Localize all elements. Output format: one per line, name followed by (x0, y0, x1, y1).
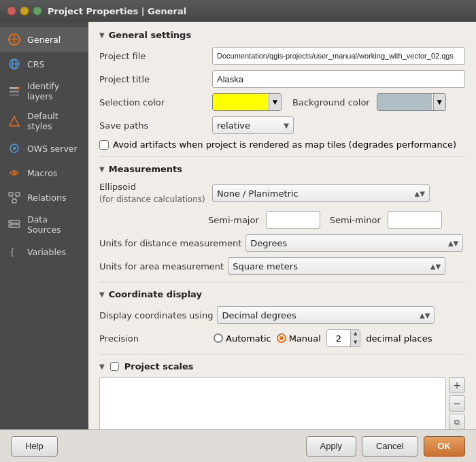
area-row: Units for area measurement Square meters… (99, 257, 465, 275)
collapse-scales-icon[interactable]: ▼ (99, 363, 105, 370)
sidebar-item-crs[interactable]: CRS (0, 52, 88, 76)
display-coordinates-combo[interactable]: Decimal degrees ▲▼ (217, 306, 435, 324)
project-file-input[interactable] (212, 47, 465, 65)
precision-spinbox[interactable]: 2 ▲ ▼ (326, 329, 360, 347)
general-settings-header: ▼ General settings (99, 30, 465, 40)
scales-list[interactable] (99, 377, 446, 429)
svg-rect-14 (9, 193, 13, 196)
manual-option[interactable]: Manual (277, 333, 321, 344)
scales-area: + − ⧉ ↓ (99, 377, 465, 429)
svg-point-9 (17, 87, 20, 90)
window-title: Project Properties | General (48, 6, 186, 16)
distance-label: Units for distance measurement (99, 238, 241, 248)
svg-point-21 (10, 221, 12, 222)
ows-server-icon (7, 141, 22, 156)
selection-color-dropdown-arrow[interactable]: ▼ (269, 93, 281, 111)
sidebar-item-relations[interactable]: Relations (0, 185, 88, 210)
spin-down-button[interactable]: ▼ (351, 338, 360, 347)
ellipsoid-row: Ellipsoid(for distance calculations) Non… (99, 181, 465, 205)
avoid-artifacts-row: Avoid artifacts when project is rendered… (99, 139, 465, 150)
project-scales-label: Project scales (124, 361, 194, 372)
add-scale-button[interactable]: + (449, 377, 465, 393)
sidebar: General CRS Identify laye (0, 22, 88, 429)
copy-scale-button[interactable]: ⧉ (449, 414, 465, 429)
svg-rect-8 (10, 94, 19, 96)
general-settings-label: General settings (109, 30, 191, 40)
sidebar-item-general[interactable]: General (0, 27, 88, 52)
maximize-button[interactable] (33, 6, 42, 16)
collapse-measurements-icon[interactable]: ▼ (99, 165, 105, 173)
sidebar-item-ows-server[interactable]: OWS server (0, 136, 88, 161)
project-title-input[interactable] (212, 70, 465, 88)
ellipsoid-value: None / Planimetric (217, 188, 299, 199)
sidebar-item-default-styles[interactable]: Default styles (0, 106, 88, 136)
collapse-general-icon[interactable]: ▼ (99, 31, 105, 39)
svg-point-12 (13, 147, 16, 150)
spin-arrows: ▲ ▼ (351, 329, 360, 347)
svg-rect-15 (16, 193, 20, 196)
area-combo[interactable]: Square meters ▲▼ (228, 257, 445, 275)
manual-radio[interactable] (277, 333, 286, 343)
data-sources-icon (7, 217, 22, 232)
ellipsoid-arrow-icon: ▲▼ (415, 190, 425, 197)
apply-button[interactable]: Apply (306, 436, 357, 457)
avoid-artifacts-label: Avoid artifacts when project is rendered… (113, 139, 456, 150)
collapse-coordinate-icon[interactable]: ▼ (99, 291, 105, 298)
semi-axes-row: Semi-major Semi-minor (208, 211, 465, 229)
display-coordinates-label: Display coordinates using (99, 310, 213, 320)
cancel-button[interactable]: Cancel (362, 436, 418, 457)
sidebar-item-data-sources[interactable]: Data Sources (0, 210, 88, 240)
measurements-label: Measurements (109, 164, 182, 174)
remove-scale-button[interactable]: − (449, 395, 465, 412)
sidebar-item-macros-label: Macros (27, 168, 57, 178)
help-button[interactable]: Help (11, 436, 58, 457)
save-paths-label: Save paths (99, 120, 208, 131)
background-color-button[interactable]: ▼ (377, 93, 446, 111)
automatic-option[interactable]: Automatic (214, 333, 271, 344)
sidebar-item-relations-label: Relations (27, 193, 66, 203)
coordinate-display-label: Coordinate display (109, 289, 202, 299)
distance-row: Units for distance measurement Degrees ▲… (99, 234, 465, 252)
distance-value: Degrees (250, 238, 287, 248)
background-color-dropdown-arrow[interactable]: ▼ (433, 93, 445, 111)
identify-layers-icon (7, 84, 22, 99)
save-paths-row: Save paths relative ▼ (99, 116, 465, 134)
distance-combo[interactable]: Degrees ▲▼ (245, 234, 463, 252)
sidebar-item-identify-layers[interactable]: Identify layers (0, 76, 88, 106)
minimize-button[interactable] (20, 6, 29, 16)
spin-up-button[interactable]: ▲ (351, 329, 360, 338)
avoid-artifacts-checkbox[interactable] (99, 140, 109, 150)
semi-major-input[interactable] (266, 211, 320, 229)
sidebar-item-macros[interactable]: Macros (0, 161, 88, 185)
svg-line-17 (11, 196, 14, 199)
manual-label: Manual (289, 333, 321, 344)
close-button[interactable] (7, 6, 16, 16)
precision-value: 2 (327, 330, 351, 346)
semi-minor-label: Semi-minor (330, 215, 381, 225)
ellipsoid-combo[interactable]: None / Planimetric ▲▼ (212, 184, 430, 202)
macros-icon (7, 165, 22, 180)
project-scales-header: ▼ Project scales (99, 361, 465, 372)
automatic-radio[interactable] (214, 333, 223, 343)
selection-color-button[interactable]: ▼ (212, 93, 282, 111)
semi-minor-input[interactable] (388, 211, 442, 229)
project-scales-checkbox[interactable] (110, 362, 119, 371)
measurements-header: ▼ Measurements (99, 164, 465, 174)
background-color-swatch (377, 94, 432, 110)
sidebar-item-crs-label: CRS (27, 59, 44, 69)
area-value: Square meters (233, 261, 298, 271)
distance-arrow-icon: ▲▼ (448, 240, 458, 247)
svg-marker-10 (10, 116, 19, 126)
save-paths-combo[interactable]: relative ▼ (212, 116, 294, 134)
titlebar: Project Properties | General (0, 0, 476, 22)
sidebar-item-variables[interactable]: { } Variables (0, 240, 88, 264)
selection-color-label: Selection color (99, 97, 208, 108)
relations-icon (7, 190, 22, 205)
precision-label: Precision (99, 333, 208, 344)
background-color-label: Background color (292, 97, 370, 108)
general-icon (7, 32, 22, 47)
window-controls[interactable] (7, 6, 42, 16)
default-styles-icon (7, 114, 22, 129)
ok-button[interactable]: OK (424, 436, 466, 457)
selection-color-swatch (213, 94, 267, 110)
